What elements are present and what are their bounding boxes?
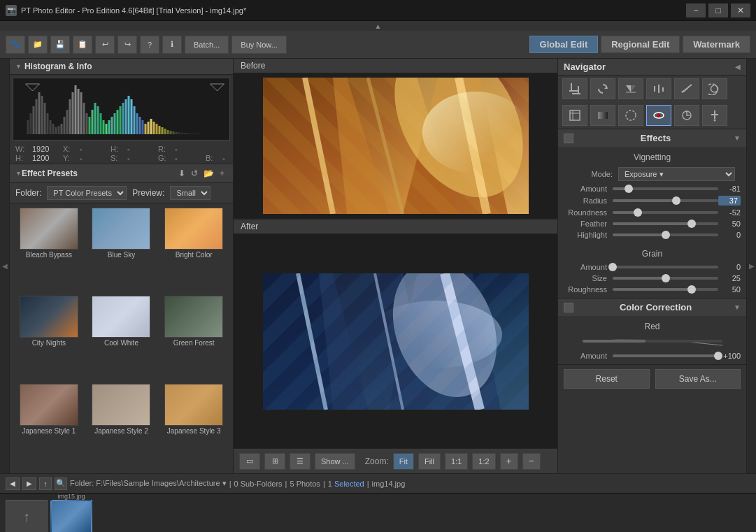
svg-rect-105: [583, 340, 646, 343]
preset-item[interactable]: City Nights: [14, 296, 84, 381]
folder-label: Folder:: [15, 188, 41, 198]
watermark-button[interactable]: Watermark: [683, 36, 750, 53]
refresh-presets-button[interactable]: ↺: [188, 167, 201, 180]
effects-toggle[interactable]: [564, 134, 573, 143]
svg-rect-42: [139, 117, 141, 134]
forward-button[interactable]: ▶: [22, 477, 36, 490]
preset-item[interactable]: Japanese Style 2: [87, 384, 157, 469]
back-button[interactable]: ◀: [6, 477, 20, 490]
effects-presets-header[interactable]: ▼ Effect Presets ⬇ ↺ 📂 +: [10, 164, 233, 183]
zoom-1x-button[interactable]: 1:1: [445, 453, 468, 470]
show-button[interactable]: Show ...: [315, 453, 355, 470]
folder-up-button[interactable]: ↑: [39, 477, 52, 490]
hist-h-label: H:: [110, 145, 124, 153]
maximize-button[interactable]: □: [708, 3, 728, 17]
preview-select[interactable]: Small: [170, 186, 211, 200]
undo-button[interactable]: ↩: [95, 36, 115, 54]
zoom-fit-button[interactable]: Fit: [393, 453, 414, 470]
film-thumbnail: [50, 500, 92, 533]
saveas-button[interactable]: 📋: [73, 36, 92, 54]
zoom-fill-button[interactable]: Fill: [418, 453, 441, 470]
download-presets-button[interactable]: ⬇: [176, 167, 188, 180]
pin-icon[interactable]: [702, 105, 727, 126]
save-button[interactable]: 💾: [50, 36, 70, 54]
flip-icon[interactable]: [618, 78, 643, 99]
eye-icon[interactable]: [646, 105, 671, 126]
grain-amount-slider[interactable]: [613, 266, 718, 268]
spiral-icon[interactable]: [702, 78, 727, 99]
folder-search-button[interactable]: 🔍: [55, 477, 67, 490]
cc-toggle[interactable]: [564, 303, 573, 312]
redo-button[interactable]: ↪: [117, 36, 137, 54]
rotate-icon[interactable]: [590, 78, 615, 99]
effects-section-collapse-icon[interactable]: ▼: [734, 134, 741, 142]
close-button[interactable]: ✕: [731, 3, 750, 17]
folder-presets-button[interactable]: 📂: [201, 167, 217, 180]
amount-slider[interactable]: [613, 187, 718, 190]
gradient-icon[interactable]: [590, 105, 615, 126]
preset-thumbnail: [20, 208, 78, 250]
hist-b-label: B:: [206, 154, 220, 162]
circle-icon[interactable]: [618, 105, 643, 126]
histogram-header[interactable]: ▼ Histogram & Info: [10, 59, 233, 75]
svg-rect-25: [92, 110, 94, 134]
roundness-slider[interactable]: [613, 211, 718, 214]
layout-view-button[interactable]: ☰: [290, 453, 311, 470]
radius-slider[interactable]: [613, 199, 718, 202]
folder-select[interactable]: PT Color Presets: [47, 186, 127, 200]
levels-icon[interactable]: [646, 78, 671, 99]
film-item[interactable]: img15.jpg: [50, 493, 92, 500]
cc-amount-slider[interactable]: [613, 354, 718, 357]
svg-rect-39: [131, 99, 133, 134]
svg-rect-33: [114, 113, 116, 134]
highlight-slider[interactable]: [613, 233, 718, 236]
saveas-main-button[interactable]: Save As...: [655, 369, 741, 389]
grain-size-slider[interactable]: [613, 277, 718, 280]
hist-height-label: H:: [15, 154, 29, 162]
feather-value: 50: [718, 220, 741, 228]
cc-collapse-icon[interactable]: ▼: [734, 303, 741, 311]
open-button[interactable]: 📁: [28, 36, 48, 54]
zoom-plus-button[interactable]: +: [500, 453, 518, 470]
zoom-2x-button[interactable]: 1:2: [472, 453, 495, 470]
preset-item[interactable]: Japanese Style 1: [14, 384, 84, 469]
preset-item[interactable]: Bleach Bypass: [14, 208, 84, 293]
preset-item[interactable]: Blue Sky: [87, 208, 157, 293]
preset-item[interactable]: Bright Color: [159, 208, 229, 293]
curves-icon[interactable]: [674, 78, 699, 99]
reset-button[interactable]: Reset: [564, 369, 650, 389]
feather-slider[interactable]: [613, 222, 718, 225]
roundness-label: Roundness: [564, 208, 613, 217]
batch-button[interactable]: Batch...: [185, 36, 229, 54]
preset-item[interactable]: Green Forest: [159, 296, 229, 381]
regional-edit-button[interactable]: Regional Edit: [601, 36, 680, 53]
preview-label: Preview:: [132, 188, 164, 198]
crop-icon[interactable]: [562, 78, 587, 99]
app-logo-button[interactable]: 🐾: [6, 36, 25, 54]
minimize-button[interactable]: −: [686, 3, 706, 17]
crop2-icon[interactable]: [562, 105, 587, 126]
effects-section-header[interactable]: Effects ▼: [558, 129, 746, 147]
preset-item[interactable]: Japanese Style 3: [159, 384, 229, 469]
info-button[interactable]: ℹ: [162, 36, 182, 54]
split-view-button[interactable]: ⊞: [264, 453, 285, 470]
preset-item[interactable]: Cool White: [87, 296, 157, 381]
mode-dropdown[interactable]: Exposure ▾: [618, 167, 735, 181]
navigator-collapse-icon[interactable]: ◀: [735, 63, 741, 71]
scroll-arrow-top[interactable]: ▲: [0, 21, 756, 31]
global-edit-button[interactable]: Global Edit: [529, 36, 599, 53]
add-preset-button[interactable]: +: [217, 167, 227, 180]
zoom-minus-button[interactable]: −: [522, 453, 541, 470]
spin-icon[interactable]: [674, 105, 699, 126]
grain-roughness-slider[interactable]: [613, 288, 718, 291]
film-uplevel[interactable]: ↑ Up Level: [6, 500, 48, 533]
highlight-value: 0: [718, 231, 741, 239]
buynow-button[interactable]: Buy Now...: [231, 36, 287, 54]
help-button[interactable]: ?: [140, 36, 159, 54]
preset-thumbnail: [92, 384, 150, 426]
color-correction-header[interactable]: Color Correction ▼: [558, 299, 746, 316]
film-item[interactable]: img16.jpg: [50, 500, 92, 533]
single-view-button[interactable]: ▭: [239, 453, 260, 470]
svg-rect-46: [150, 119, 152, 134]
filmstrip: ↑ Up Level img14.jpg img15.jpg img16.jpg…: [0, 493, 756, 532]
